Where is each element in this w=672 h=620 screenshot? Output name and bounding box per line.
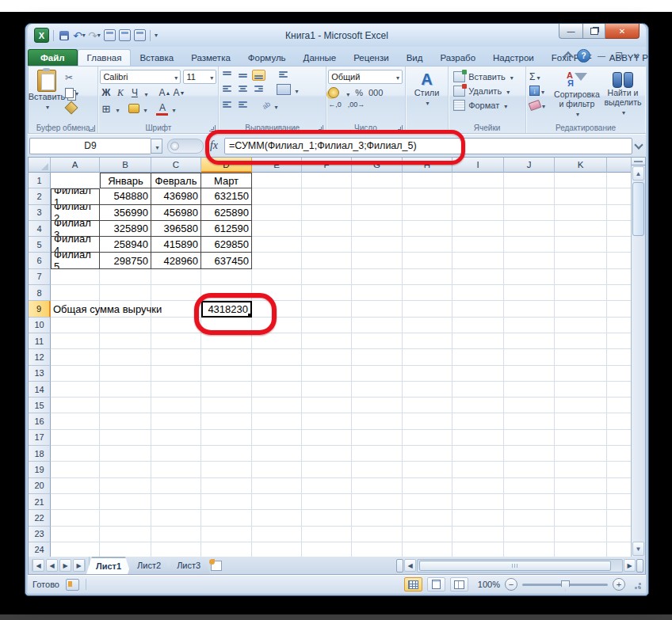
insert-function-button[interactable]: fx: [204, 139, 224, 154]
copy-button[interactable]: [63, 86, 86, 99]
cell-D19[interactable]: [201, 462, 252, 477]
resize-grip[interactable]: [632, 580, 641, 589]
cell-E6[interactable]: [252, 253, 302, 268]
cell-K23[interactable]: [555, 527, 607, 542]
cell-J8[interactable]: [504, 285, 555, 301]
cell-B5[interactable]: 258940: [100, 237, 151, 253]
name-box[interactable]: D9: [29, 138, 151, 154]
font-dialog-launcher[interactable]: [209, 125, 216, 131]
cell-F11[interactable]: [302, 333, 352, 349]
cell-A11[interactable]: [51, 333, 100, 349]
cell-E12[interactable]: [252, 349, 302, 365]
cell-B1[interactable]: Январь: [100, 173, 151, 188]
cell-F12[interactable]: [302, 349, 352, 365]
cell-J21[interactable]: [504, 494, 555, 510]
row-header-18[interactable]: 18: [29, 446, 51, 462]
cell-B10[interactable]: [100, 318, 151, 333]
col-header-F[interactable]: F: [302, 158, 352, 173]
cell-A1[interactable]: [51, 173, 100, 188]
cell-A16[interactable]: [51, 413, 100, 429]
cell-K1[interactable]: [555, 173, 607, 188]
cell-K21[interactable]: [555, 494, 607, 510]
cell-E7[interactable]: [252, 269, 302, 285]
row-header-15[interactable]: 15: [29, 397, 51, 413]
horizontal-scrollbar[interactable]: ◀ ▶: [396, 558, 643, 572]
cell-K6[interactable]: [555, 253, 607, 268]
row-header-7[interactable]: 7: [29, 269, 51, 285]
cell-J2[interactable]: [504, 188, 555, 204]
font-family-dropdown[interactable]: [173, 72, 178, 82]
cell-C24[interactable]: [151, 542, 201, 557]
cell-E1[interactable]: [252, 173, 302, 188]
row-header-19[interactable]: 19: [29, 462, 51, 477]
cell-B18[interactable]: [100, 446, 151, 462]
cell-E13[interactable]: [252, 366, 302, 382]
cell-G8[interactable]: [352, 285, 403, 301]
cell-J1[interactable]: [504, 173, 555, 188]
cell-J16[interactable]: [504, 413, 555, 429]
cell-C2[interactable]: 436980: [151, 188, 201, 204]
cell-E15[interactable]: [252, 397, 302, 413]
ribbon-tab-4[interactable]: Формуль: [239, 50, 295, 66]
ribbon-tab-1[interactable]: Главная: [78, 49, 132, 66]
col-header-C[interactable]: C: [151, 158, 201, 173]
cell-B19[interactable]: [100, 462, 151, 477]
cell-H13[interactable]: [403, 366, 452, 382]
cell-J19[interactable]: [504, 462, 555, 477]
styles-dropdown[interactable]: [425, 97, 430, 107]
cell-G22[interactable]: [352, 510, 403, 526]
cell-D23[interactable]: [201, 527, 252, 542]
excel-logo-icon[interactable]: X: [34, 28, 49, 43]
cell-J14[interactable]: [504, 382, 555, 397]
vertical-split-box[interactable]: [632, 158, 645, 165]
cut-button[interactable]: ✂: [63, 71, 86, 84]
cell-A13[interactable]: [51, 366, 100, 382]
cell-I9[interactable]: [452, 301, 504, 317]
row-header-20[interactable]: 20: [29, 478, 51, 494]
cell-I12[interactable]: [452, 349, 504, 365]
scroll-up-button[interactable]: ▲: [632, 166, 644, 181]
cell-B12[interactable]: [100, 349, 151, 365]
cell-J7[interactable]: [504, 269, 555, 285]
col-header-D[interactable]: D: [201, 158, 252, 173]
insert-worksheet-button[interactable]: [208, 557, 224, 574]
cell-G13[interactable]: [352, 366, 403, 382]
cell-F3[interactable]: [302, 205, 352, 221]
cell-D13[interactable]: [201, 366, 252, 382]
cell-C15[interactable]: [151, 397, 201, 413]
font-size-select[interactable]: 11: [183, 70, 216, 84]
row-header-6[interactable]: 6: [29, 253, 51, 268]
cell-D21[interactable]: [201, 494, 252, 510]
clear-dropdown[interactable]: [540, 100, 545, 111]
cell-A24[interactable]: [51, 542, 100, 557]
autosum-button[interactable]: Σ: [529, 70, 552, 82]
autosum-dropdown[interactable]: [535, 71, 540, 82]
align-bottom-button[interactable]: [252, 70, 265, 81]
formula-bar-expand-button[interactable]: [632, 139, 644, 154]
col-header-J[interactable]: J: [504, 158, 555, 173]
ribbon-tab-5[interactable]: Данные: [295, 50, 346, 66]
cell-D12[interactable]: [201, 349, 252, 365]
sheet-tab-1[interactable]: Лист1: [86, 557, 131, 574]
cell-F17[interactable]: [302, 430, 352, 446]
cell-B21[interactable]: [100, 494, 151, 510]
bold-button[interactable]: Ж: [100, 87, 112, 99]
cell-E4[interactable]: [252, 221, 302, 237]
row-header-14[interactable]: 14: [29, 382, 51, 397]
grow-font-button[interactable]: А▲: [158, 87, 170, 99]
formula-input[interactable]: =СУММ(Филиал_1;Филиал_3;Филиал_5): [224, 138, 632, 154]
cell-G21[interactable]: [352, 494, 403, 510]
redo-dropdown[interactable]: ▾: [97, 32, 101, 39]
save-button[interactable]: [58, 29, 71, 42]
cell-B14[interactable]: [100, 382, 151, 397]
row-header-10[interactable]: 10: [29, 318, 51, 333]
cell-E24[interactable]: [252, 542, 302, 557]
col-header-G[interactable]: G: [352, 158, 403, 173]
sort-filter-dropdown[interactable]: [575, 108, 579, 118]
cell-K18[interactable]: [555, 446, 607, 462]
cell-E10[interactable]: [252, 318, 302, 333]
cell-G11[interactable]: [352, 333, 403, 349]
cell-H19[interactable]: [403, 462, 452, 477]
help-button[interactable]: ?: [577, 49, 590, 63]
cell-G3[interactable]: [352, 205, 403, 221]
